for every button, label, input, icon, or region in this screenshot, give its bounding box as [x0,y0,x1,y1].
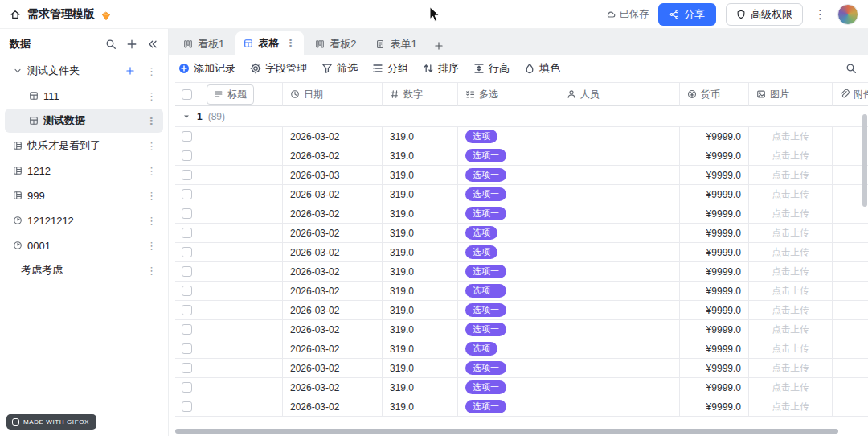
row-checkbox-cell[interactable] [175,204,199,224]
column-header-date[interactable]: 日期 [283,82,383,106]
image-upload-cell[interactable]: 点击上传 [749,282,833,301]
row-checkbox[interactable] [182,343,192,354]
row-checkbox-cell[interactable] [175,243,199,262]
option-cell[interactable]: 选项一 [458,378,559,397]
currency-cell[interactable]: ¥9999.0 [680,243,749,262]
date-cell[interactable]: 2026-03-02 [283,146,383,166]
option-cell[interactable]: 选项一 [458,397,559,417]
sidebar-item-folder[interactable]: 测试文件夹 ⋮ [5,59,163,83]
date-cell[interactable]: 2026-03-02 [283,224,383,243]
sidebar-item-999[interactable]: 999 ⋮ [5,183,163,208]
image-upload-cell[interactable]: 点击上传 [749,320,833,339]
table-search-icon[interactable] [845,63,857,74]
row-height-button[interactable]: 行高 [473,61,510,76]
row-checkbox[interactable] [182,228,192,238]
row-checkbox-cell[interactable] [175,339,199,359]
row-checkbox[interactable] [182,266,192,277]
date-cell[interactable]: 2026-03-02 [283,127,383,146]
kebab-icon[interactable]: ⋮ [146,190,157,202]
row-checkbox[interactable] [182,131,192,142]
person-cell[interactable] [559,243,680,262]
row-checkbox-cell[interactable] [175,301,199,320]
table-row[interactable]: 2026-03-03 319.0 选项一 ¥9999.0 点击上传 [175,166,868,185]
option-cell[interactable]: 选项一 [458,204,559,224]
person-cell[interactable] [559,166,680,185]
option-cell[interactable]: 选项 [458,127,559,146]
option-cell[interactable]: 选项一 [458,146,559,166]
number-cell[interactable]: 319.0 [383,185,458,204]
image-upload-cell[interactable]: 点击上传 [749,339,833,359]
date-cell[interactable]: 2026-03-02 [283,397,383,417]
currency-cell[interactable]: ¥9999.0 [680,378,749,397]
number-cell[interactable]: 319.0 [383,320,458,339]
title-cell[interactable] [199,320,283,339]
table-row[interactable]: 2026-03-02 319.0 选项 ¥9999.0 点击上传 [175,243,868,262]
title-cell[interactable] [199,301,283,320]
person-cell[interactable] [559,301,680,320]
sidebar-item-test-data[interactable]: 测试数据 ⋮ [5,109,163,133]
date-cell[interactable]: 2026-03-02 [283,185,383,204]
tab-menu-icon[interactable]: ⋮ [285,37,296,49]
column-header-image[interactable]: 图片 [749,82,833,106]
row-checkbox[interactable] [182,208,192,219]
table-row[interactable]: 2026-03-02 319.0 选项 ¥9999.0 点击上传 [175,224,868,243]
image-upload-cell[interactable]: 点击上传 [749,243,833,262]
image-upload-cell[interactable]: 点击上传 [749,166,833,185]
kebab-icon[interactable]: ⋮ [146,215,157,227]
option-cell[interactable]: 选项 [458,243,559,262]
date-cell[interactable]: 2026-03-02 [283,282,383,301]
table-row[interactable]: 2026-03-02 319.0 选项一 ¥9999.0 点击上传 [175,204,868,224]
person-cell[interactable] [559,185,680,204]
date-cell[interactable]: 2026-03-02 [283,243,383,262]
tab-kanban1[interactable]: 看板1 [175,33,232,55]
option-cell[interactable]: 选项一 [458,359,559,378]
person-cell[interactable] [559,282,680,301]
more-menu-icon[interactable]: ⋮ [813,8,828,20]
table-row[interactable]: 2026-03-02 319.0 选项一 ¥9999.0 点击上传 [175,359,868,378]
row-checkbox[interactable] [182,150,192,161]
title-cell[interactable] [199,359,283,378]
column-header-person[interactable]: 人员 [559,82,680,106]
date-cell[interactable]: 2026-03-03 [283,166,383,185]
kebab-icon[interactable]: ⋮ [146,90,157,102]
tab-kanban2[interactable]: 看板2 [307,33,364,55]
row-checkbox-cell[interactable] [175,166,199,185]
row-checkbox[interactable] [182,305,192,315]
title-cell[interactable] [199,378,283,397]
sidebar-item-happy[interactable]: 快乐才是看到了 ⋮ [5,134,163,158]
person-cell[interactable] [559,262,680,282]
row-checkbox[interactable] [182,324,192,335]
image-upload-cell[interactable]: 点击上传 [749,127,833,146]
table-row[interactable]: 2026-03-02 319.0 选项一 ¥9999.0 点击上传 [175,146,868,166]
table-row[interactable]: 2026-03-02 319.0 选项一 ¥9999.0 点击上传 [175,282,868,301]
number-cell[interactable]: 319.0 [383,204,458,224]
title-cell[interactable] [199,243,283,262]
row-checkbox-cell[interactable] [175,127,199,146]
column-header-multiselect[interactable]: 多选 [458,82,559,106]
group-caret-icon[interactable] [182,112,191,121]
number-cell[interactable]: 319.0 [383,262,458,282]
group-button[interactable]: 分组 [372,61,408,76]
sidebar-item-0001[interactable]: 0001 ⋮ [5,233,163,257]
row-checkbox[interactable] [182,247,192,257]
image-upload-cell[interactable]: 点击上传 [749,224,833,243]
image-upload-cell[interactable]: 点击上传 [749,146,833,166]
person-cell[interactable] [559,127,680,146]
advanced-permission-button[interactable]: 高级权限 [726,3,803,26]
table-row[interactable]: 2026-03-02 319.0 选项一 ¥9999.0 点击上传 [175,378,868,397]
number-cell[interactable]: 319.0 [383,166,458,185]
number-cell[interactable]: 319.0 [383,146,458,166]
currency-cell[interactable]: ¥9999.0 [680,224,749,243]
add-record-button[interactable]: 添加记录 [178,61,235,76]
share-button[interactable]: 分享 [658,3,716,26]
title-cell[interactable] [199,339,283,359]
currency-cell[interactable]: ¥9999.0 [680,301,749,320]
title-cell[interactable] [199,185,283,204]
horizontal-scrollbar-thumb[interactable] [175,429,838,434]
row-checkbox[interactable] [182,189,192,199]
add-icon[interactable] [126,39,137,50]
row-checkbox-cell[interactable] [175,282,199,301]
row-checkbox-cell[interactable] [175,146,199,166]
sort-button[interactable]: 排序 [423,61,459,76]
row-checkbox[interactable] [182,363,192,373]
